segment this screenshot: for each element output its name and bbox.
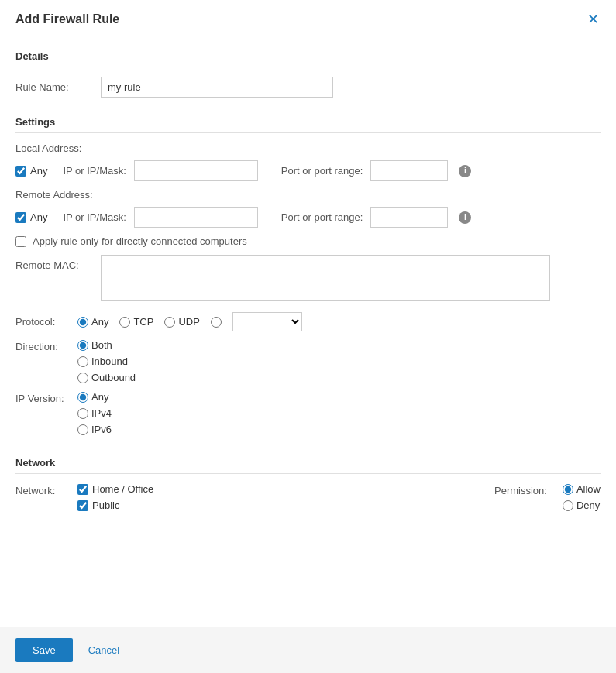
public-text: Public bbox=[92, 500, 119, 511]
network-row: Network: Home / Office Public Permission… bbox=[15, 483, 601, 511]
direction-both-radio[interactable] bbox=[77, 340, 88, 351]
protocol-udp-label[interactable]: UDP bbox=[164, 316, 199, 328]
protocol-any-text: Any bbox=[91, 316, 108, 328]
remote-port-input[interactable] bbox=[370, 207, 448, 228]
direction-both-text: Both bbox=[91, 339, 112, 351]
ipversion-ipv6-text: IPv6 bbox=[91, 424, 112, 435]
public-checkbox-label[interactable]: Public bbox=[77, 500, 153, 511]
remote-ip-input[interactable] bbox=[134, 207, 258, 228]
ip-version-block: IP Version: Any IPv4 IPv6 bbox=[15, 391, 601, 435]
home-office-checkbox-label[interactable]: Home / Office bbox=[77, 483, 153, 495]
ipversion-any-radio[interactable] bbox=[77, 392, 88, 403]
protocol-tcp-text: TCP bbox=[133, 316, 153, 328]
permission-allow-label[interactable]: Allow bbox=[563, 483, 601, 495]
protocol-udp-text: UDP bbox=[178, 316, 199, 328]
permission-allow-text: Allow bbox=[576, 483, 601, 495]
protocol-any-radio[interactable] bbox=[77, 317, 88, 328]
remote-ip-label: IP or IP/Mask: bbox=[63, 211, 126, 223]
protocol-any-label[interactable]: Any bbox=[77, 316, 108, 328]
ipversion-any-label[interactable]: Any bbox=[77, 391, 112, 403]
dialog-title: Add Firewall Rule bbox=[15, 12, 119, 26]
dialog-footer: Save Cancel bbox=[0, 627, 616, 673]
protocol-other-radio[interactable] bbox=[211, 317, 222, 328]
protocol-dropdown[interactable] bbox=[232, 312, 302, 331]
direction-label: Direction: bbox=[15, 339, 77, 352]
rule-name-row: Rule Name: bbox=[15, 77, 601, 98]
details-section-header: Details bbox=[15, 39, 601, 67]
direction-block: Direction: Both Inbound Outbound bbox=[15, 339, 601, 383]
remote-any-text: Any bbox=[30, 211, 47, 223]
settings-section-header: Settings bbox=[15, 105, 601, 133]
local-address-row: Any IP or IP/Mask: Port or port range: i bbox=[15, 160, 601, 181]
permission-allow-radio[interactable] bbox=[563, 484, 573, 495]
protocol-other-label[interactable] bbox=[211, 317, 222, 328]
apply-rule-row: Apply rule only for directly connected c… bbox=[15, 235, 601, 247]
remote-address-label: Remote Address: bbox=[15, 189, 601, 201]
apply-rule-text: Apply rule only for directly connected c… bbox=[33, 235, 247, 247]
remote-mac-row: Remote MAC: bbox=[15, 255, 601, 301]
ipversion-ipv4-text: IPv4 bbox=[91, 407, 112, 419]
protocol-tcp-label[interactable]: TCP bbox=[119, 316, 153, 328]
direction-inbound-radio[interactable] bbox=[77, 356, 88, 367]
permission-group: Permission: Allow Deny bbox=[494, 483, 601, 511]
protocol-row: Protocol: Any TCP UDP bbox=[15, 312, 601, 331]
local-port-label: Port or port range: bbox=[281, 165, 363, 177]
local-any-checkbox-label[interactable]: Any bbox=[15, 165, 47, 177]
permission-deny-text: Deny bbox=[576, 500, 600, 511]
cancel-button[interactable]: Cancel bbox=[81, 638, 127, 662]
network-section-header: Network bbox=[15, 446, 601, 474]
permission-label: Permission: bbox=[494, 483, 547, 496]
local-address-block: Local Address: Any IP or IP/Mask: Port o… bbox=[15, 142, 601, 181]
permission-options: Allow Deny bbox=[563, 483, 601, 511]
local-ip-label: IP or IP/Mask: bbox=[63, 165, 126, 177]
home-office-checkbox[interactable] bbox=[77, 484, 88, 495]
save-button[interactable]: Save bbox=[15, 638, 73, 662]
home-office-text: Home / Office bbox=[92, 483, 153, 495]
local-any-text: Any bbox=[30, 165, 47, 177]
ip-version-label: IP Version: bbox=[15, 391, 77, 404]
remote-mac-input[interactable] bbox=[101, 255, 550, 301]
direction-outbound-radio[interactable] bbox=[77, 373, 88, 383]
remote-any-checkbox[interactable] bbox=[15, 212, 26, 223]
local-any-checkbox[interactable] bbox=[15, 166, 26, 177]
protocol-label: Protocol: bbox=[15, 316, 77, 328]
dialog-header: Add Firewall Rule ✕ bbox=[0, 0, 616, 39]
direction-inbound-label[interactable]: Inbound bbox=[77, 355, 136, 367]
apply-rule-checkbox[interactable] bbox=[15, 236, 26, 247]
local-address-label: Local Address: bbox=[15, 142, 601, 154]
local-port-info-icon[interactable]: i bbox=[459, 165, 471, 177]
local-port-input[interactable] bbox=[370, 160, 448, 181]
ipversion-ipv4-label[interactable]: IPv4 bbox=[77, 407, 112, 419]
ipversion-ipv6-label[interactable]: IPv6 bbox=[77, 424, 112, 435]
remote-address-row: Any IP or IP/Mask: Port or port range: i bbox=[15, 207, 601, 228]
protocol-radio-group: Any TCP UDP bbox=[77, 312, 302, 331]
remote-address-block: Remote Address: Any IP or IP/Mask: Port … bbox=[15, 189, 601, 228]
direction-both-label[interactable]: Both bbox=[77, 339, 136, 351]
ipversion-any-text: Any bbox=[91, 391, 108, 403]
permission-deny-radio[interactable] bbox=[563, 500, 573, 511]
ip-version-options: Any IPv4 IPv6 bbox=[77, 391, 112, 435]
protocol-udp-radio[interactable] bbox=[164, 317, 175, 328]
close-button[interactable]: ✕ bbox=[586, 11, 601, 28]
protocol-tcp-radio[interactable] bbox=[119, 317, 130, 328]
direction-inbound-text: Inbound bbox=[91, 355, 128, 367]
remote-mac-label: Remote MAC: bbox=[15, 255, 101, 271]
rule-name-label: Rule Name: bbox=[15, 81, 101, 93]
ipversion-ipv4-radio[interactable] bbox=[77, 408, 88, 419]
direction-options: Both Inbound Outbound bbox=[77, 339, 136, 383]
dialog-body: Details Rule Name: Settings Local Addres… bbox=[0, 39, 616, 627]
network-checkboxes: Home / Office Public bbox=[77, 483, 153, 511]
public-checkbox[interactable] bbox=[77, 500, 88, 511]
direction-outbound-label[interactable]: Outbound bbox=[77, 372, 136, 383]
remote-port-info-icon[interactable]: i bbox=[459, 211, 471, 224]
local-ip-input[interactable] bbox=[134, 160, 258, 181]
remote-any-checkbox-label[interactable]: Any bbox=[15, 211, 47, 223]
ipversion-ipv6-radio[interactable] bbox=[77, 424, 88, 435]
permission-deny-label[interactable]: Deny bbox=[563, 500, 601, 511]
remote-port-label: Port or port range: bbox=[281, 211, 363, 223]
add-firewall-rule-dialog: Add Firewall Rule ✕ Details Rule Name: S… bbox=[0, 0, 616, 673]
rule-name-input[interactable] bbox=[101, 77, 333, 98]
network-label: Network: bbox=[15, 483, 77, 496]
direction-outbound-text: Outbound bbox=[91, 372, 136, 383]
